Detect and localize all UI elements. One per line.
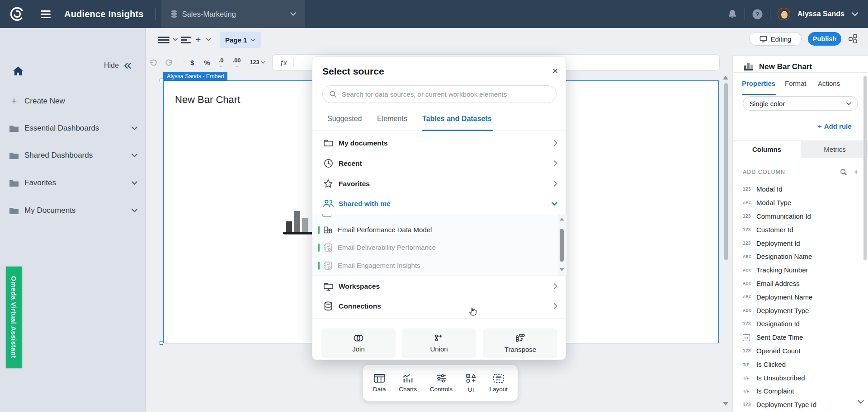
canvas-scrollbar-thumb[interactable] (724, 83, 728, 260)
outline-icon[interactable] (181, 37, 191, 43)
column-item[interactable]: ABC Designation Name (733, 250, 868, 263)
source-section-connections[interactable]: Connections (312, 296, 566, 316)
search-input[interactable] (341, 90, 550, 98)
app-logo-icon[interactable] (9, 6, 25, 22)
source-section-shared-with-me[interactable]: Shared with me (312, 193, 566, 214)
column-name: Designation Name (756, 253, 812, 260)
source-search[interactable] (322, 85, 557, 103)
column-item[interactable]: ABC Deployment Name (733, 290, 868, 304)
join-button[interactable]: Join (321, 328, 396, 358)
sidebar-item-favorites[interactable]: Favorites (0, 173, 146, 193)
percent-format-button[interactable]: % (204, 59, 210, 66)
sidebar-item-shared-dashboards[interactable]: Shared Dashboards (0, 145, 146, 165)
dock-item-charts[interactable]: Charts (399, 374, 417, 393)
tab-elements[interactable]: Elements (377, 115, 407, 123)
search-icon[interactable] (840, 169, 847, 176)
fx-icon: ƒx (280, 59, 287, 66)
notifications-bell-icon[interactable] (727, 9, 737, 19)
dock-item-layout[interactable]: Layout (489, 374, 508, 393)
sidebar-hide-button[interactable]: Hide (104, 61, 131, 70)
column-item[interactable]: 31 Sent Date Time (733, 331, 868, 344)
user-menu-chevron-icon[interactable] (852, 12, 858, 16)
column-item[interactable]: ABC Modal Type (733, 196, 868, 210)
publish-button[interactable]: Publish (808, 32, 841, 46)
column-type-icon: ABC (743, 281, 754, 286)
column-item[interactable]: ABC Deployment Type (733, 304, 868, 317)
tab-format[interactable]: Format (785, 80, 807, 87)
source-section-favorites[interactable]: Favorites (312, 173, 566, 194)
column-item[interactable]: 123 Opened Count (733, 344, 868, 358)
redo-icon[interactable] (165, 59, 173, 66)
selection-handle[interactable] (160, 79, 163, 82)
share-icon[interactable] (848, 34, 858, 43)
tab-actions[interactable]: Actions (818, 80, 840, 87)
color-mode-select[interactable]: Single color (743, 96, 858, 111)
main-menu-icon[interactable] (41, 10, 51, 18)
column-item[interactable]: ABC Email Address (733, 277, 868, 290)
chevron-down-icon[interactable] (132, 209, 137, 212)
editing-mode-button[interactable]: Editing (749, 32, 802, 46)
source-section-my-documents[interactable]: My documents (312, 133, 566, 153)
dataset-item[interactable]: Email Engagement Insights (312, 257, 557, 274)
sublist-scrollbar-thumb[interactable] (560, 229, 564, 262)
add-column-plus-icon[interactable]: + (854, 169, 859, 175)
chevron-down-icon[interactable] (132, 126, 137, 130)
chevron-down-icon[interactable] (132, 181, 137, 185)
selection-handle[interactable] (160, 341, 163, 345)
scroll-up-arrow[interactable] (560, 218, 564, 220)
list-chevron-icon[interactable] (173, 38, 178, 41)
increase-decimal-button[interactable]: .00→ (233, 57, 241, 68)
workspace-selector[interactable]: Sales-Marketing (161, 0, 305, 28)
dock-item-controls[interactable]: Controls (430, 374, 453, 393)
union-button[interactable]: Union (402, 328, 476, 358)
source-section-workspaces[interactable]: Workspaces (312, 276, 566, 296)
sidebar-item-essential-dashboards[interactable]: Essential Dashboards (0, 118, 146, 138)
close-icon[interactable]: ✕ (549, 65, 561, 77)
dock-item-data[interactable]: Data (373, 374, 386, 393)
placeholder-bar (294, 211, 300, 232)
source-section-recent[interactable]: Recent (312, 153, 566, 173)
dock-item-ui[interactable]: UI (466, 373, 476, 393)
tab-tables-and-datasets[interactable]: Tables and Datasets (422, 115, 492, 123)
decrease-decimal-button[interactable]: .0← (219, 57, 224, 68)
currency-format-button[interactable]: $ (190, 59, 194, 66)
help-icon[interactable]: ? (752, 9, 763, 19)
column-name: Modal Type (756, 199, 791, 206)
dataset-item[interactable]: Email Deliverability Performance (312, 239, 557, 256)
element-list-icon[interactable] (158, 37, 170, 43)
sublist-scrollbar[interactable] (558, 214, 566, 276)
dataset-item[interactable]: Email Performance Data Model (312, 221, 557, 239)
user-avatar[interactable] (778, 8, 790, 20)
chevron-down-icon[interactable] (132, 154, 137, 157)
tab-properties[interactable]: Properties (742, 80, 775, 87)
tab-columns[interactable]: Columns (733, 141, 801, 158)
add-element-icon[interactable]: + (195, 34, 201, 45)
panel-scrollbar-thumb[interactable] (863, 76, 867, 260)
sidebar-item-my-documents[interactable]: My Documents (0, 201, 146, 220)
column-item[interactable]: 123 Communication Id (733, 210, 868, 223)
column-item[interactable]: T/F Is Unsubscribed (733, 371, 868, 384)
column-item[interactable]: 123 Designation Id (733, 317, 868, 331)
scroll-down-arrow[interactable] (560, 268, 564, 271)
virtual-assistant-banner[interactable]: Omeda Virtual Assistant (6, 267, 22, 368)
add-chevron-icon[interactable] (206, 38, 211, 41)
column-item[interactable]: 123 Deployment Id (733, 236, 868, 250)
scroll-up-arrow[interactable] (723, 76, 728, 80)
add-rule-button[interactable]: + Add rule (818, 122, 852, 130)
column-item[interactable]: 123 Modal Id (733, 183, 868, 196)
column-item[interactable]: T/F Is Complaint (733, 384, 868, 398)
tab-metrics[interactable]: Metrics (801, 141, 868, 158)
page-tab[interactable]: Page 1 (220, 32, 261, 48)
home-icon[interactable] (13, 66, 24, 76)
scroll-down-arrow[interactable] (723, 402, 728, 406)
number-format-dropdown[interactable]: 123 (250, 60, 266, 66)
undo-icon[interactable] (149, 59, 157, 66)
sidebar-item-create-new[interactable]: + Create New (0, 91, 146, 111)
column-item[interactable]: ABC Tracking Number (733, 263, 868, 277)
tab-suggested[interactable]: Suggested (327, 115, 362, 123)
column-item[interactable]: 123 Customer Id (733, 223, 868, 236)
column-item[interactable]: 123 Deployment Type Id (733, 398, 868, 412)
panel-scroll-down-icon[interactable] (858, 400, 864, 404)
transpose-button[interactable]: Transpose (483, 328, 557, 358)
column-item[interactable]: T/F Is Clicked (733, 357, 868, 371)
